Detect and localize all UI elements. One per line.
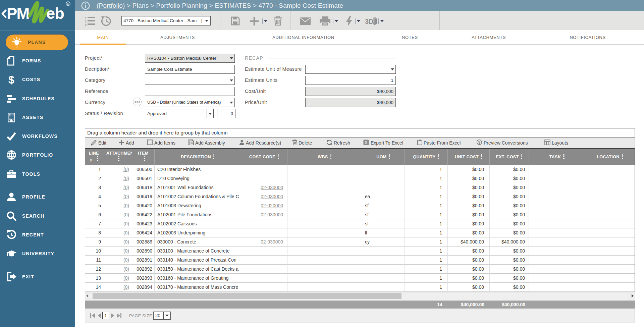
svg-text:3D: 3D [365,18,374,25]
svg-text:$: $ [478,140,481,144]
svg-text:3: 3 [85,23,87,26]
svg-text:R: R [67,2,69,6]
svg-text:X: X [365,140,367,145]
svg-text:$: $ [8,74,14,85]
svg-text:2: 2 [85,20,87,23]
svg-text:PM: PM [7,4,29,22]
svg-text:eb: eb [46,4,64,22]
svg-text:1: 1 [85,16,87,20]
